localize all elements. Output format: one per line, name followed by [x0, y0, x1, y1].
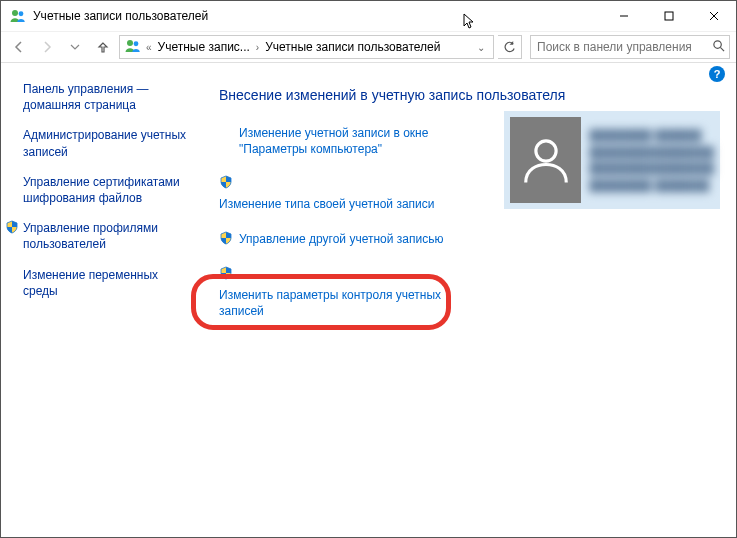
user-detail: ████████████████ [589, 144, 714, 161]
sidebar-certs-link[interactable]: Управление сертификатами шифрования файл… [23, 174, 191, 206]
user-detail: ████████ ███████ [589, 177, 714, 194]
shield-icon [219, 231, 233, 248]
action-links: Изменение учетной записи в окне "Парамет… [219, 125, 479, 319]
sidebar-profiles-link[interactable]: Управление профилями пользователей [23, 220, 191, 252]
content-area: Панель управления — домашняя страница Ад… [1, 63, 736, 537]
svg-point-8 [714, 41, 721, 48]
user-info: ████████ ██████ ████████████████ ███████… [589, 127, 714, 193]
change-uac-settings-link[interactable]: Изменить параметры контроля учетных запи… [219, 287, 479, 319]
window-controls [601, 1, 736, 31]
app-icon [9, 7, 27, 25]
up-button[interactable] [91, 35, 115, 59]
cursor-icon [463, 13, 475, 31]
breadcrumb-segment[interactable]: Учетные записи пользователей [261, 40, 444, 54]
user-name: ████████ ██████ [589, 127, 714, 144]
search-box[interactable] [530, 35, 730, 59]
svg-point-10 [536, 141, 556, 161]
sidebar-admin-accounts-link[interactable]: Администрирование учетных записей [23, 127, 191, 159]
address-bar[interactable]: « Учетные запис... › Учетные записи поль… [119, 35, 494, 59]
svg-point-7 [134, 41, 139, 46]
svg-line-9 [720, 47, 724, 51]
sidebar-home-link[interactable]: Панель управления — домашняя страница [23, 81, 191, 113]
shield-icon [219, 175, 233, 192]
manage-another-account-link[interactable]: Управление другой учетной записью [239, 231, 443, 247]
window-title: Учетные записи пользователей [33, 9, 208, 23]
link-row: Управление другой учетной записью [219, 231, 479, 248]
address-dropdown-icon[interactable]: ⌄ [471, 42, 491, 53]
avatar [510, 117, 581, 203]
title-bar: Учетные записи пользователей [1, 1, 736, 31]
maximize-button[interactable] [646, 1, 691, 31]
link-row: Изменение учетной записи в окне "Парамет… [219, 125, 479, 157]
svg-rect-3 [665, 12, 673, 20]
link-row: Изменение типа своей учетной записи [219, 175, 479, 212]
svg-point-0 [12, 10, 18, 16]
svg-point-1 [19, 11, 24, 16]
recent-button[interactable] [63, 35, 87, 59]
change-account-type-link[interactable]: Изменение типа своей учетной записи [219, 196, 434, 212]
search-input[interactable] [535, 39, 712, 55]
chevron-icon[interactable]: « [144, 42, 154, 53]
nav-bar: « Учетные запис... › Учетные записи поль… [1, 31, 736, 63]
refresh-button[interactable] [498, 35, 522, 59]
minimize-button[interactable] [601, 1, 646, 31]
user-detail: ████████████████ [589, 160, 714, 177]
sidebar: Панель управления — домашняя страница Ад… [1, 63, 201, 537]
forward-button[interactable] [35, 35, 59, 59]
search-icon[interactable] [712, 39, 725, 55]
chevron-right-icon[interactable]: › [254, 42, 261, 53]
breadcrumb-segment[interactable]: Учетные запис... [154, 40, 254, 54]
shield-icon [5, 220, 19, 237]
shield-icon [219, 266, 233, 283]
back-button[interactable] [7, 35, 31, 59]
close-button[interactable] [691, 1, 736, 31]
user-card: ████████ ██████ ████████████████ ███████… [504, 111, 720, 209]
page-heading: Внесение изменений в учетную запись поль… [219, 87, 714, 103]
sidebar-env-vars-link[interactable]: Изменение переменных среды [23, 267, 191, 299]
svg-point-6 [127, 40, 133, 46]
link-row: Изменить параметры контроля учетных запи… [219, 266, 479, 319]
main-panel: Внесение изменений в учетную запись поль… [201, 63, 736, 537]
change-account-pc-settings-link[interactable]: Изменение учетной записи в окне "Парамет… [239, 125, 479, 157]
address-icon [122, 37, 144, 58]
